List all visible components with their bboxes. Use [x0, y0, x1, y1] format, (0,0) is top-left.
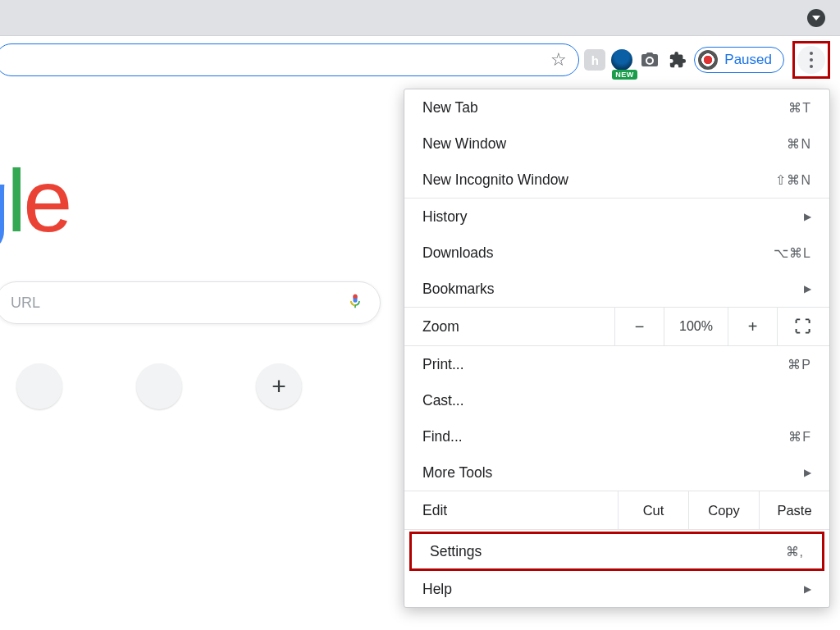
chevron-right-icon: ▶ — [804, 211, 811, 222]
menu-item-edit: Edit Cut Copy Paste — [404, 491, 829, 529]
shortcut-tile[interactable] — [16, 363, 62, 409]
address-bar[interactable]: ☆ — [0, 43, 579, 76]
bookmark-star-icon[interactable]: ☆ — [550, 49, 567, 71]
zoom-out-button[interactable]: − — [614, 308, 664, 345]
menu-item-settings[interactable]: Settings⌘, — [412, 534, 822, 568]
highlight-box-menu — [792, 41, 830, 79]
tab-strip — [0, 0, 840, 36]
tab-search-button[interactable] — [807, 9, 825, 27]
plus-icon: + — [272, 372, 286, 400]
zoom-in-button[interactable]: + — [728, 308, 777, 345]
fullscreen-button[interactable] — [777, 308, 829, 345]
menu-item-find[interactable]: Find...⌘F — [404, 418, 829, 454]
voice-search-icon[interactable] — [347, 290, 363, 315]
edit-cut-button[interactable]: Cut — [618, 491, 688, 529]
extensions-icon[interactable] — [666, 48, 689, 71]
profile-chip[interactable]: Paused — [694, 47, 784, 73]
fullscreen-icon — [795, 317, 812, 336]
menu-item-help[interactable]: Help▶ — [404, 571, 829, 607]
chevron-right-icon: ▶ — [804, 467, 811, 478]
chevron-right-icon: ▶ — [804, 583, 811, 595]
highlight-box-settings: Settings⌘, — [409, 532, 824, 571]
profile-avatar-icon — [698, 50, 718, 70]
menu-item-history[interactable]: History▶ — [404, 199, 829, 235]
edit-copy-button[interactable]: Copy — [688, 491, 759, 529]
screenshot-extension-icon[interactable] — [638, 48, 661, 71]
menu-item-bookmarks[interactable]: Bookmarks▶ — [404, 271, 829, 307]
menu-item-new-window[interactable]: New Window⌘N — [404, 126, 829, 162]
menu-item-cast[interactable]: Cast... — [404, 382, 829, 418]
chrome-menu-button[interactable] — [797, 46, 825, 74]
search-input[interactable]: URL — [0, 281, 381, 324]
edit-paste-button[interactable]: Paste — [759, 491, 829, 529]
menu-item-zoom: Zoom − 100% + — [404, 308, 829, 345]
menu-item-print[interactable]: Print...⌘P — [404, 346, 829, 382]
menu-item-more-tools[interactable]: More Tools▶ — [404, 454, 829, 491]
search-placeholder: URL — [11, 294, 347, 312]
add-shortcut-button[interactable]: + — [256, 363, 302, 409]
shortcut-tile[interactable] — [136, 363, 182, 409]
menu-item-new-incognito[interactable]: New Incognito Window⇧⌘N — [404, 162, 829, 198]
extension-honey-icon[interactable]: h — [584, 49, 605, 71]
chevron-right-icon: ▶ — [804, 283, 811, 294]
menu-item-downloads[interactable]: Downloads⌥⌘L — [404, 235, 829, 271]
menu-item-new-tab[interactable]: New Tab⌘T — [404, 89, 829, 126]
chrome-menu: New Tab⌘T New Window⌘N New Incognito Win… — [404, 89, 830, 608]
new-badge: NEW — [612, 70, 637, 80]
extension-icon[interactable]: NEW — [610, 48, 633, 71]
toolbar: ☆ h NEW Paused — [0, 36, 840, 84]
zoom-value: 100% — [664, 308, 728, 345]
profile-status-label: Paused — [724, 52, 772, 68]
